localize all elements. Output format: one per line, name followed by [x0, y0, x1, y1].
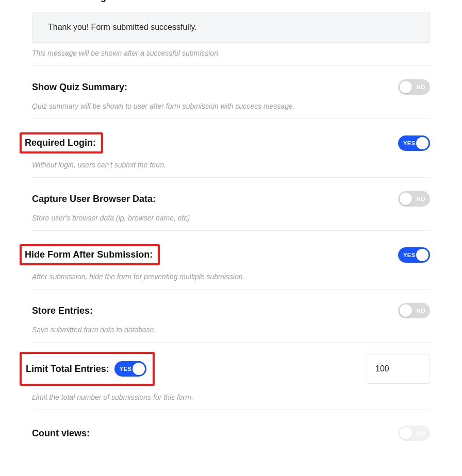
highlight-limit-entries: Limit Total Entries: YES — [20, 352, 155, 386]
toggle-knob — [400, 427, 412, 439]
store-entries-helper: Save submitted form data to database. — [32, 326, 430, 334]
success-message-title: Success Message: — [32, 0, 430, 3]
show-quiz-summary-toggle[interactable]: NO — [398, 79, 430, 95]
capture-browser-toggle[interactable]: NO — [398, 191, 430, 207]
show-quiz-summary-helper: Quiz summary will be shown to user after… — [32, 102, 430, 110]
required-login-label: Required Login: — [25, 138, 96, 148]
toggle-knob — [400, 81, 412, 93]
success-message-helper: This message will be shown after a succe… — [32, 49, 430, 57]
toggle-yes-label: YES — [403, 252, 416, 258]
toggle-yes-label: YES — [403, 140, 416, 146]
success-message-input[interactable]: Thank you! Form submitted successfully. — [32, 12, 430, 43]
show-quiz-summary-label: Show Quiz Summary: — [32, 82, 127, 93]
toggle-knob — [133, 363, 145, 375]
limit-entries-helper: Limit the total number of submissions fo… — [32, 393, 430, 401]
toggle-no-label: NO — [417, 196, 426, 202]
toggle-yes-label: YES — [120, 366, 132, 372]
capture-browser-label: Capture User Browser Data: — [32, 194, 156, 205]
store-entries-label: Store Entries: — [32, 305, 93, 316]
limit-entries-input[interactable] — [367, 354, 430, 384]
toggle-knob — [416, 249, 428, 261]
hide-form-helper: After submission, hide the form for prev… — [32, 273, 430, 281]
highlight-hide-form: Hide Form After Submission: — [20, 244, 160, 265]
count-views-label: Count views: — [32, 428, 90, 439]
required-login-toggle[interactable]: YES — [398, 135, 430, 151]
count-views-toggle[interactable]: NO — [398, 426, 430, 441]
toggle-knob — [400, 304, 412, 317]
capture-browser-helper: Store user's browser data (ip, browser n… — [32, 214, 430, 222]
highlight-required-login: Required Login: — [20, 132, 103, 154]
hide-form-toggle[interactable]: YES — [398, 247, 430, 263]
store-entries-toggle[interactable]: NO — [398, 303, 430, 318]
limit-entries-label: Limit Total Entries: — [26, 364, 109, 375]
toggle-knob — [416, 137, 428, 149]
limit-entries-toggle[interactable]: YES — [114, 361, 146, 377]
required-login-helper: Without login, users can't submit the fo… — [32, 161, 430, 169]
toggle-no-label: NO — [417, 430, 426, 436]
toggle-no-label: NO — [417, 84, 426, 90]
hide-form-label: Hide Form After Submission: — [25, 249, 153, 260]
toggle-no-label: NO — [417, 308, 426, 314]
toggle-knob — [400, 193, 412, 205]
